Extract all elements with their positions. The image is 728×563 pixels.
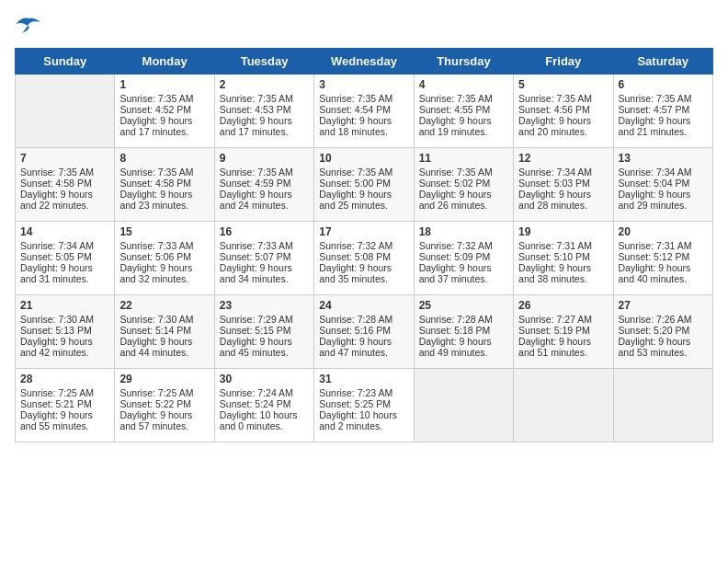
sunset-text: Sunset: 4:59 PM <box>220 178 309 189</box>
daylight-text: Daylight: 9 hours and 28 minutes. <box>518 189 608 211</box>
daylight-text: Daylight: 9 hours and 22 minutes. <box>20 189 109 211</box>
calendar-cell: 16Sunrise: 7:33 AMSunset: 5:07 PMDayligh… <box>214 222 313 295</box>
sunset-text: Sunset: 5:04 PM <box>619 178 708 189</box>
sunset-text: Sunset: 5:09 PM <box>419 251 508 262</box>
daylight-text: Daylight: 10 hours and 0 minutes. <box>220 409 309 431</box>
sunrise-text: Sunrise: 7:29 AM <box>220 314 309 325</box>
calendar-cell: 29Sunrise: 7:25 AMSunset: 5:22 PMDayligh… <box>115 369 214 442</box>
sunset-text: Sunset: 5:07 PM <box>220 251 309 262</box>
sunrise-text: Sunrise: 7:24 AM <box>220 387 309 398</box>
calendar-table: SundayMondayTuesdayWednesdayThursdayFrid… <box>15 48 713 442</box>
daylight-text: Daylight: 9 hours and 35 minutes. <box>319 262 408 284</box>
sunset-text: Sunset: 5:12 PM <box>619 251 708 262</box>
weekday-header-monday: Monday <box>115 49 214 75</box>
day-number: 18 <box>419 225 508 238</box>
day-number: 8 <box>119 152 209 165</box>
daylight-text: Daylight: 9 hours and 31 minutes. <box>20 262 109 284</box>
calendar-cell <box>514 369 613 442</box>
sunrise-text: Sunrise: 7:28 AM <box>319 314 408 325</box>
sunset-text: Sunset: 4:52 PM <box>119 104 209 115</box>
day-number: 5 <box>518 78 608 91</box>
sunset-text: Sunset: 5:19 PM <box>518 325 608 336</box>
day-number: 4 <box>419 78 508 91</box>
calendar-cell: 27Sunrise: 7:26 AMSunset: 5:20 PMDayligh… <box>613 295 712 369</box>
day-number: 2 <box>220 78 309 91</box>
sunrise-text: Sunrise: 7:31 AM <box>619 240 708 251</box>
daylight-text: Daylight: 9 hours and 53 minutes. <box>619 336 708 358</box>
calendar-cell: 24Sunrise: 7:28 AMSunset: 5:16 PMDayligh… <box>314 295 414 369</box>
week-row-4: 21Sunrise: 7:30 AMSunset: 5:13 PMDayligh… <box>16 295 713 369</box>
calendar-cell: 11Sunrise: 7:35 AMSunset: 5:02 PMDayligh… <box>414 148 513 222</box>
day-number: 30 <box>220 373 309 385</box>
sunset-text: Sunset: 5:16 PM <box>319 325 408 336</box>
sunrise-text: Sunrise: 7:35 AM <box>319 167 408 178</box>
calendar-cell: 22Sunrise: 7:30 AMSunset: 5:14 PMDayligh… <box>115 295 214 369</box>
sunset-text: Sunset: 4:54 PM <box>319 104 408 115</box>
sunrise-text: Sunrise: 7:33 AM <box>119 240 209 251</box>
sunset-text: Sunset: 5:15 PM <box>220 325 309 336</box>
week-row-5: 28Sunrise: 7:25 AMSunset: 5:21 PMDayligh… <box>16 369 713 442</box>
week-row-3: 14Sunrise: 7:34 AMSunset: 5:05 PMDayligh… <box>16 222 713 295</box>
day-number: 24 <box>319 299 408 312</box>
sunrise-text: Sunrise: 7:35 AM <box>419 93 508 104</box>
page-header <box>15 15 713 37</box>
day-number: 31 <box>319 373 408 385</box>
sunrise-text: Sunrise: 7:30 AM <box>119 314 209 325</box>
calendar-cell: 31Sunrise: 7:23 AMSunset: 5:25 PMDayligh… <box>314 369 414 442</box>
day-number: 17 <box>319 225 408 238</box>
calendar-cell: 15Sunrise: 7:33 AMSunset: 5:06 PMDayligh… <box>115 222 214 295</box>
calendar-cell <box>613 369 712 442</box>
calendar-cell: 20Sunrise: 7:31 AMSunset: 5:12 PMDayligh… <box>613 222 712 295</box>
week-row-2: 7Sunrise: 7:35 AMSunset: 4:58 PMDaylight… <box>16 148 713 222</box>
daylight-text: Daylight: 9 hours and 24 minutes. <box>220 189 309 211</box>
sunrise-text: Sunrise: 7:35 AM <box>119 93 209 104</box>
weekday-header-sunday: Sunday <box>16 49 115 75</box>
calendar-cell: 17Sunrise: 7:32 AMSunset: 5:08 PMDayligh… <box>314 222 414 295</box>
calendar-cell: 2Sunrise: 7:35 AMSunset: 4:53 PMDaylight… <box>214 75 313 148</box>
daylight-text: Daylight: 9 hours and 45 minutes. <box>220 336 309 358</box>
day-number: 19 <box>518 225 608 238</box>
calendar-cell: 8Sunrise: 7:35 AMSunset: 4:58 PMDaylight… <box>115 148 214 222</box>
day-number: 11 <box>419 152 508 165</box>
daylight-text: Daylight: 9 hours and 32 minutes. <box>119 262 209 284</box>
sunrise-text: Sunrise: 7:35 AM <box>319 93 408 104</box>
calendar-cell: 12Sunrise: 7:34 AMSunset: 5:03 PMDayligh… <box>514 148 613 222</box>
calendar-cell <box>414 369 513 442</box>
day-number: 22 <box>119 299 209 312</box>
sunrise-text: Sunrise: 7:23 AM <box>319 387 408 398</box>
calendar-cell: 23Sunrise: 7:29 AMSunset: 5:15 PMDayligh… <box>214 295 313 369</box>
sunrise-text: Sunrise: 7:26 AM <box>619 314 708 325</box>
calendar-cell: 4Sunrise: 7:35 AMSunset: 4:55 PMDaylight… <box>414 75 513 148</box>
day-number: 12 <box>518 152 608 165</box>
sunrise-text: Sunrise: 7:32 AM <box>419 240 508 251</box>
calendar-cell: 19Sunrise: 7:31 AMSunset: 5:10 PMDayligh… <box>514 222 613 295</box>
daylight-text: Daylight: 9 hours and 21 minutes. <box>619 115 708 137</box>
sunrise-text: Sunrise: 7:35 AM <box>518 93 608 104</box>
daylight-text: Daylight: 9 hours and 49 minutes. <box>419 336 508 358</box>
day-number: 3 <box>319 78 408 91</box>
daylight-text: Daylight: 9 hours and 40 minutes. <box>619 262 708 284</box>
daylight-text: Daylight: 9 hours and 55 minutes. <box>20 409 109 431</box>
sunrise-text: Sunrise: 7:33 AM <box>220 240 309 251</box>
daylight-text: Daylight: 9 hours and 34 minutes. <box>220 262 309 284</box>
calendar-cell: 5Sunrise: 7:35 AMSunset: 4:56 PMDaylight… <box>514 75 613 148</box>
sunset-text: Sunset: 4:57 PM <box>619 104 708 115</box>
sunset-text: Sunset: 5:25 PM <box>319 398 408 409</box>
sunset-text: Sunset: 4:53 PM <box>220 104 309 115</box>
sunset-text: Sunset: 5:05 PM <box>20 251 109 262</box>
weekday-header-tuesday: Tuesday <box>214 49 313 75</box>
sunset-text: Sunset: 5:02 PM <box>419 178 508 189</box>
sunrise-text: Sunrise: 7:35 AM <box>619 93 708 104</box>
sunset-text: Sunset: 5:18 PM <box>419 325 508 336</box>
sunset-text: Sunset: 5:00 PM <box>319 178 408 189</box>
daylight-text: Daylight: 10 hours and 2 minutes. <box>319 409 408 431</box>
sunset-text: Sunset: 5:14 PM <box>119 325 209 336</box>
daylight-text: Daylight: 9 hours and 38 minutes. <box>518 262 608 284</box>
daylight-text: Daylight: 9 hours and 51 minutes. <box>518 336 608 358</box>
calendar-cell: 10Sunrise: 7:35 AMSunset: 5:00 PMDayligh… <box>314 148 414 222</box>
sunset-text: Sunset: 5:24 PM <box>220 398 309 409</box>
sunrise-text: Sunrise: 7:35 AM <box>220 167 309 178</box>
sunrise-text: Sunrise: 7:25 AM <box>20 387 109 398</box>
daylight-text: Daylight: 9 hours and 42 minutes. <box>20 336 109 358</box>
calendar-cell: 21Sunrise: 7:30 AMSunset: 5:13 PMDayligh… <box>16 295 115 369</box>
